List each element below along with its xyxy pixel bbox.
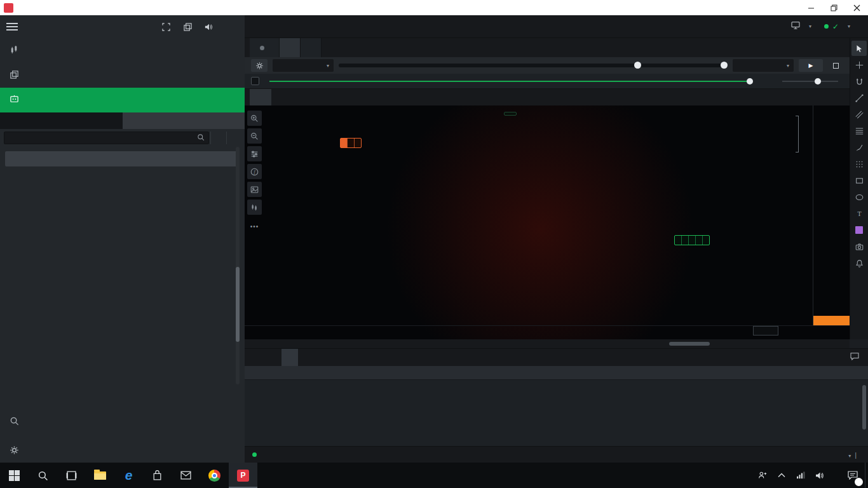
chevron-down-icon: ▾ — [809, 24, 811, 29]
tab-trade-statistics[interactable] — [265, 349, 281, 366]
close-button[interactable] — [845, 0, 868, 15]
tab-backtesting[interactable] — [280, 38, 301, 57]
show-desktop-button[interactable] — [865, 463, 868, 488]
find-more-cbots-button[interactable] — [5, 151, 240, 166]
tab-indicators[interactable] — [123, 112, 245, 129]
tab-events[interactable] — [298, 349, 315, 366]
speed-handle[interactable] — [815, 78, 821, 85]
sound-icon[interactable] — [201, 20, 217, 33]
visual-mode-checkbox[interactable] — [251, 77, 259, 85]
mail-icon[interactable] — [172, 463, 200, 488]
new-cbot-button[interactable] — [210, 132, 225, 144]
share-chart-icon[interactable]: f — [247, 164, 262, 179]
layout-selector[interactable]: ▾ — [785, 22, 818, 31]
sidebar-scrollbar-track[interactable] — [236, 147, 240, 384]
history-table-header — [245, 366, 868, 380]
start-backtest-button[interactable]: ▶ — [799, 59, 823, 72]
timezone-selector[interactable]: ▾ — [847, 451, 851, 459]
chart-horizontal-scrollbar[interactable] — [245, 339, 850, 348]
minimize-button[interactable] — [799, 0, 822, 15]
dots-grid-icon[interactable] — [851, 156, 867, 172]
sidebar-scrollbar-thumb[interactable] — [236, 267, 240, 342]
start-date-picker[interactable]: ▾ — [273, 59, 334, 72]
visual-mode-bar — [245, 74, 850, 89]
speed-slider[interactable] — [782, 75, 838, 88]
chart-scrollbar-thumb[interactable] — [669, 342, 710, 346]
tab-optimization[interactable] — [301, 38, 322, 57]
sidebar-item-settings[interactable] — [0, 438, 245, 463]
tab-log[interactable] — [315, 349, 331, 366]
microsoft-store-icon[interactable] — [143, 463, 172, 488]
tray-chevron-up-icon[interactable] — [772, 463, 791, 488]
stop-backtest-button[interactable] — [828, 59, 843, 72]
fibonacci-tool-icon[interactable] — [851, 123, 867, 139]
text-tool-icon[interactable]: T — [851, 206, 867, 221]
detach-window-icon[interactable] — [158, 20, 173, 33]
date-range-slider[interactable] — [339, 59, 728, 72]
closed-position-label[interactable] — [674, 235, 710, 245]
trade-icon — [10, 45, 19, 57]
duplicate-icon[interactable] — [180, 20, 195, 33]
sidebar-item-analyze[interactable] — [0, 409, 245, 434]
trendline-tool-icon[interactable] — [851, 90, 867, 105]
action-center-icon[interactable] — [841, 463, 865, 488]
ctrader-taskbar-icon[interactable]: P — [229, 463, 257, 488]
tray-network-icon[interactable] — [791, 463, 810, 488]
end-date-picker[interactable]: ▾ — [733, 59, 794, 72]
sidebar-item-trade[interactable] — [0, 38, 245, 63]
cursor-tool-icon[interactable] — [851, 41, 867, 56]
candlestick-chart[interactable] — [248, 105, 812, 325]
camera-tool-icon[interactable] — [851, 239, 867, 254]
restore-button[interactable] — [822, 0, 845, 15]
price-axis[interactable] — [813, 105, 850, 325]
color-swatch-icon[interactable] — [851, 222, 867, 238]
tray-people-icon[interactable] — [753, 463, 772, 488]
cbot-search-input[interactable] — [8, 134, 194, 142]
tab-cbots[interactable] — [0, 112, 123, 129]
sidebar-item-copy[interactable] — [0, 63, 245, 88]
tray-volume-icon[interactable] — [810, 463, 829, 488]
file-explorer-icon[interactable] — [86, 463, 114, 488]
start-button[interactable] — [0, 463, 29, 488]
taskbar-clock[interactable] — [829, 463, 841, 488]
taskbar-search-icon[interactable] — [29, 463, 57, 488]
chart-area[interactable]: f ••• — [245, 105, 850, 339]
stop-all-button[interactable] — [226, 132, 241, 144]
zoom-in-icon[interactable] — [247, 111, 262, 126]
feedback-button[interactable] — [846, 349, 859, 366]
chart-type-icon[interactable] — [247, 200, 262, 215]
snapshot-icon[interactable] — [247, 182, 262, 197]
tab-history[interactable] — [281, 349, 298, 366]
table-scrollbar-thumb[interactable] — [862, 385, 866, 430]
backtest-progress-slider[interactable] — [269, 75, 753, 88]
backtest-settings-button[interactable] — [251, 59, 268, 72]
magnet-tool-icon[interactable] — [851, 74, 867, 89]
date-range-handle-start[interactable] — [634, 62, 641, 69]
alert-bell-icon[interactable] — [851, 255, 867, 271]
channel-tool-icon[interactable] — [851, 107, 867, 122]
cbot-search-box[interactable] — [4, 132, 209, 144]
date-range-handle-end[interactable] — [721, 62, 728, 69]
brush-tool-icon[interactable] — [851, 140, 867, 155]
crosshair-tool-icon[interactable] — [851, 57, 867, 72]
account-selector[interactable]: ✓ ▾ — [818, 22, 857, 31]
more-tools-icon[interactable]: ••• — [247, 222, 262, 231]
chrome-icon[interactable] — [200, 463, 229, 488]
chart-left-toolbar: f ••• — [247, 111, 262, 231]
zoom-out-icon[interactable] — [247, 128, 262, 144]
language-selector[interactable] — [223, 20, 238, 33]
tab-chart[interactable] — [250, 89, 271, 105]
search-icon — [197, 133, 205, 143]
tab-chart-eurusd[interactable] — [250, 38, 280, 57]
ellipse-tool-icon[interactable] — [851, 189, 867, 205]
sell-position-label[interactable] — [340, 138, 362, 148]
closed-price — [688, 236, 695, 245]
chart-display-settings-icon[interactable] — [247, 146, 262, 161]
task-view-icon[interactable] — [57, 463, 86, 488]
sidebar-item-automate[interactable] — [0, 88, 245, 112]
tab-equity-chart[interactable] — [248, 349, 265, 366]
progress-handle[interactable] — [747, 78, 753, 85]
rectangle-tool-icon[interactable] — [851, 173, 867, 188]
edge-browser-icon[interactable]: e — [114, 463, 143, 488]
menu-hamburger-icon[interactable] — [6, 23, 18, 30]
